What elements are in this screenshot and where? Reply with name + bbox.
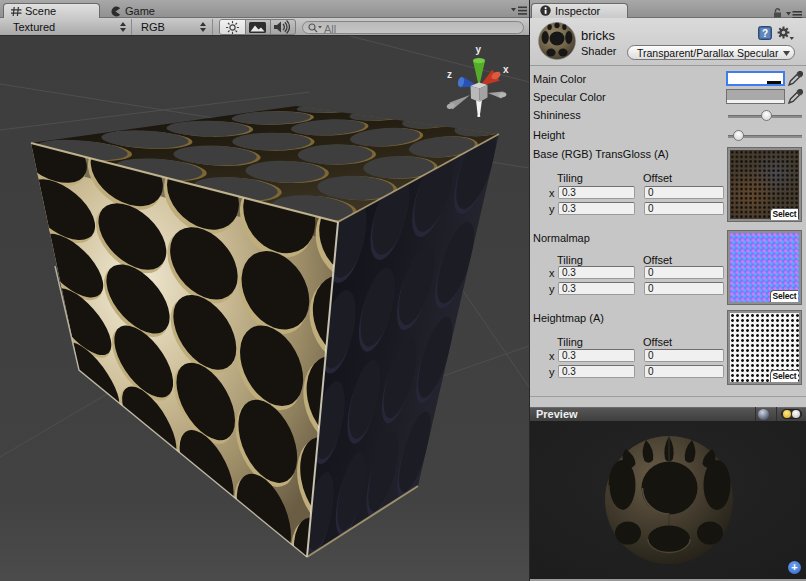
svg-text:x: x bbox=[503, 64, 509, 75]
svg-text:z: z bbox=[447, 69, 452, 80]
svg-text:?: ? bbox=[762, 28, 768, 39]
svg-text:y: y bbox=[476, 44, 482, 55]
